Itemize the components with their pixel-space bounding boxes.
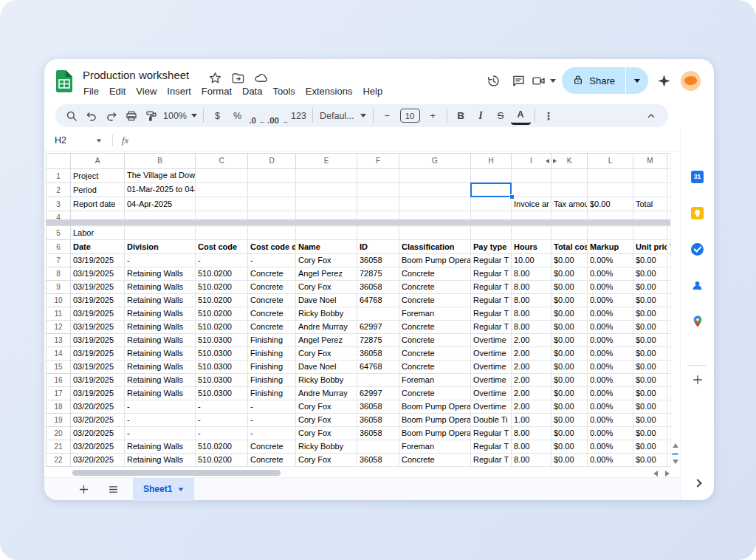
col-header-E[interactable]: E [296, 154, 357, 169]
decrease-font-size-button[interactable]: − [377, 107, 397, 125]
cell-I14[interactable]: 2.00 [512, 347, 551, 361]
cell-L5[interactable] [588, 226, 633, 240]
cell-M21[interactable]: $0.00 [633, 440, 667, 454]
vertical-scroll-thumb[interactable] [672, 453, 678, 455]
cell-E14[interactable]: Cory Fox [296, 347, 357, 361]
cell-B22[interactable]: Retaining Walls [125, 454, 196, 467]
cell-C18[interactable]: - [196, 400, 248, 414]
tasks-icon[interactable] [690, 242, 705, 256]
cell-G16[interactable]: Foreman [399, 374, 471, 387]
cell-B7[interactable]: - [125, 254, 196, 267]
cell-H21[interactable]: Regular T [471, 440, 512, 454]
cell-K19[interactable]: $0.00 [551, 414, 588, 427]
menu-help[interactable]: Help [357, 83, 388, 99]
cell-D11[interactable]: Concrete [248, 307, 296, 321]
cell-K1[interactable] [551, 169, 588, 183]
cell-L15[interactable]: 0.00% [588, 361, 633, 374]
cell-M17[interactable]: $0.00 [633, 387, 667, 400]
cell-M10[interactable]: $0.00 [633, 294, 667, 307]
cell-G1[interactable] [399, 169, 471, 183]
cell-D9[interactable]: Concrete [248, 281, 296, 294]
cell-F11[interactable] [357, 307, 399, 321]
cell-C11[interactable]: 510.0200 [196, 307, 248, 321]
cell-I17[interactable]: 2.00 [512, 387, 551, 400]
hide-side-panel-chevron-icon[interactable] [690, 476, 705, 491]
cell-G12[interactable]: Concrete [399, 321, 471, 334]
cell-B16[interactable]: Retaining Walls [125, 374, 196, 387]
maps-icon[interactable] [690, 314, 705, 329]
cell-C8[interactable]: 510.0200 [196, 267, 248, 281]
cell-M6[interactable]: Unit pric [633, 240, 667, 254]
cell-I9[interactable]: 8.00 [512, 281, 551, 294]
menu-view[interactable]: View [131, 83, 162, 99]
cell-D22[interactable]: Concrete [248, 454, 296, 467]
cell-G14[interactable]: Concrete [399, 347, 471, 361]
row-header-21[interactable]: 21 [47, 440, 71, 454]
cell-M13[interactable]: $0.00 [633, 334, 667, 347]
cell-D12[interactable]: Concrete [248, 321, 296, 334]
comments-icon[interactable] [506, 68, 531, 93]
cell-C19[interactable]: - [196, 414, 248, 427]
cell-D1[interactable] [248, 169, 296, 183]
cell-C7[interactable]: - [196, 254, 248, 267]
vertical-scrollbar[interactable] [670, 153, 679, 468]
cell-K20[interactable]: $0.00 [551, 427, 588, 440]
cell-B21[interactable]: Retaining Walls [125, 440, 196, 454]
cell-F2[interactable] [357, 183, 399, 197]
cell-K17[interactable]: $0.00 [551, 387, 588, 400]
menu-format[interactable]: Format [196, 83, 237, 99]
cell-E17[interactable]: Andre Murray [296, 387, 357, 400]
cell-H17[interactable]: Overtime [471, 387, 512, 400]
cell-M15[interactable]: $0.00 [633, 361, 667, 374]
cell-I10[interactable]: 8.00 [512, 294, 551, 307]
cell-A18[interactable]: 03/20/2025 [71, 400, 125, 414]
cell-D7[interactable]: - [248, 254, 296, 267]
cell-B13[interactable]: Retaining Walls [125, 334, 196, 347]
italic-button[interactable]: I [471, 107, 491, 125]
cell-F9[interactable]: 36058 [357, 281, 399, 294]
gemini-sparkle-icon[interactable] [654, 68, 673, 93]
cell-A20[interactable]: 03/20/2025 [71, 427, 125, 440]
cell-G20[interactable]: Boom Pump Opera [399, 427, 471, 440]
cell-E21[interactable]: Ricky Bobby [296, 440, 357, 454]
zoom-selector[interactable]: 100% [161, 107, 199, 125]
cell-G19[interactable]: Boom Pump Opera [399, 414, 471, 427]
cell-K21[interactable]: $0.00 [551, 440, 588, 454]
cell-F5[interactable] [357, 226, 399, 240]
cell-G2[interactable] [399, 183, 471, 197]
cell-L9[interactable]: 0.00% [588, 281, 633, 294]
cell-F16[interactable] [357, 374, 399, 387]
cell-A14[interactable]: 03/19/2025 [71, 347, 125, 361]
row-header-18[interactable]: 18 [47, 400, 71, 414]
cell-F6[interactable]: ID [357, 240, 399, 254]
row-header-14[interactable]: 14 [47, 347, 71, 361]
name-box[interactable]: H2 [44, 135, 108, 146]
col-header-G[interactable]: G [399, 154, 471, 169]
cell-D13[interactable]: Finishing [248, 334, 296, 347]
cell-E8[interactable]: Angel Perez [296, 267, 357, 281]
cell-I6[interactable]: Hours [512, 240, 551, 254]
cell-L1[interactable] [588, 169, 633, 183]
cell-E16[interactable]: Ricky Bobby [296, 374, 357, 387]
row-header-15[interactable]: 15 [47, 361, 71, 374]
cell-C3[interactable] [196, 197, 248, 211]
cell-K6[interactable]: Total cos [551, 240, 588, 254]
cell-A8[interactable]: 03/19/2025 [71, 267, 125, 281]
cell-I15[interactable]: 2.00 [512, 361, 551, 374]
cell-C10[interactable]: 510.0200 [196, 294, 248, 307]
cell-G21[interactable]: Foreman [399, 440, 471, 454]
row-header-10[interactable]: 10 [47, 294, 71, 307]
cell-D14[interactable]: Finishing [248, 347, 296, 361]
cell-I20[interactable]: 8.00 [512, 427, 551, 440]
share-button[interactable]: Share [562, 67, 648, 94]
row-header-6[interactable]: 6 [47, 240, 71, 254]
cell-H10[interactable]: Regular T [471, 294, 512, 307]
cell-B8[interactable]: Retaining Walls [125, 267, 196, 281]
spreadsheet-grid[interactable]: ABCDEFGHIKLM1ProjectThe Village at Downt… [46, 153, 670, 468]
scroll-right-arrow[interactable] [665, 471, 670, 477]
cell-D18[interactable]: - [248, 400, 296, 414]
bold-button[interactable]: B [451, 107, 471, 125]
row-header-5[interactable]: 5 [47, 226, 71, 240]
text-color-button[interactable]: A [511, 107, 531, 125]
cell-A11[interactable]: 03/19/2025 [71, 307, 125, 321]
